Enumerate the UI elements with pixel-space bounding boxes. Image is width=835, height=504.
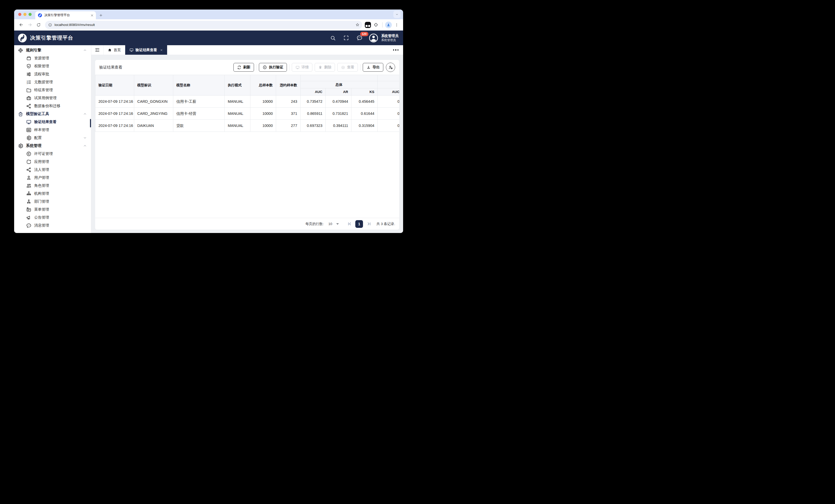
sidebar-item-announcement-mgmt[interactable]: 公告管理 <box>14 213 91 222</box>
user-avatar[interactable] <box>368 33 379 43</box>
delete-button[interactable]: 删除 <box>315 63 335 72</box>
rows-per-page-value[interactable]: 10 <box>328 222 332 226</box>
col-header-default-samples[interactable]: 违约样本数 <box>276 75 301 96</box>
bookmark-star-icon[interactable] <box>355 23 360 27</box>
browser-tab[interactable]: 决策引擎管理平台 <box>35 11 96 19</box>
chevron-up-icon <box>83 144 87 148</box>
cell-ks: 0.61644 <box>351 108 378 120</box>
sidebar-item-configuration[interactable]: 配置 <box>14 134 91 142</box>
column-settings-button[interactable] <box>386 63 395 72</box>
col-header-total-samples[interactable]: 总样本数 <box>250 75 276 96</box>
table-row[interactable]: 2024-07-09 17:24:16 DAIKUAN 贷款 MANUAL 10… <box>95 120 400 132</box>
app-header: 决策引擎管理平台 120 系统管理员 系统管理员 <box>14 30 403 45</box>
search-button[interactable] <box>328 33 338 43</box>
sidebar-collapse-button[interactable] <box>91 45 104 55</box>
sidebar-item-permission-mgmt[interactable]: 权限管理 <box>14 62 91 70</box>
item-label: 数据备份和迁移 <box>34 104 60 108</box>
group-label: 规则引擎 <box>26 48 41 52</box>
metric-header-ks[interactable]: KS <box>351 88 378 96</box>
sidebar-item-message-mgmt[interactable]: 消息管理 <box>14 222 91 229</box>
wallet-icon <box>26 56 32 61</box>
sidebar-item-sample-mgmt[interactable]: 样本管理 <box>14 126 91 134</box>
metric-header-auc-2[interactable]: AUC <box>378 88 399 96</box>
sidebar-item-trial-case-mgmt[interactable]: 试算用例管理 <box>14 94 91 102</box>
extensions-button[interactable] <box>372 21 380 29</box>
col-header-exec-mode[interactable]: 执行模式 <box>225 75 250 96</box>
back-button[interactable] <box>17 21 25 29</box>
col-header-model-name[interactable]: 模型名称 <box>173 75 225 96</box>
sidebar-item-user-mgmt[interactable]: 用户管理 <box>14 174 91 182</box>
sidebar-item-resource-mgmt[interactable]: 资源管理 <box>14 54 91 62</box>
detail-button[interactable]: 详情 <box>292 63 312 72</box>
reload-button[interactable] <box>35 21 42 29</box>
cell-auc: 0.697323 <box>301 120 326 132</box>
sidebar-item-menu-mgmt[interactable]: 菜单管理 <box>14 206 91 213</box>
sidebar-item-dept-mgmt[interactable]: 部门管理 <box>14 197 91 206</box>
metric-header-ar[interactable]: AR <box>326 88 351 96</box>
group-label: 系统管理 <box>26 143 41 148</box>
first-page-button[interactable] <box>346 220 353 227</box>
item-label: 消息管理 <box>34 223 49 228</box>
sidebar-item-license-mgmt[interactable]: 许可证管理 <box>14 150 91 158</box>
sidebar-item-role-mgmt[interactable]: 角色管理 <box>14 182 91 190</box>
sidebar-group-model-validation[interactable]: 模型验证工具 <box>14 110 91 118</box>
tab-search-button[interactable] <box>393 11 401 18</box>
url-bar[interactable]: localhost:8080/#/mv/result <box>45 21 362 29</box>
current-page-button[interactable]: 1 <box>355 220 363 228</box>
sidebar-group-system-mgmt[interactable]: 系统管理 <box>14 142 91 150</box>
minimize-window-button[interactable] <box>23 13 26 16</box>
user-info[interactable]: 系统管理员 系统管理员 <box>381 34 399 42</box>
sidebar-item-validation-results[interactable]: 验证结果查看 <box>14 118 91 126</box>
cell-ar: 0.470944 <box>326 96 351 108</box>
sidebar-item-metadata-mgmt[interactable]: 123 元数据管理 <box>14 78 91 86</box>
sidebar-item-app-mgmt[interactable]: 应用管理 <box>14 158 91 166</box>
item-label: 试算用例管理 <box>34 96 57 101</box>
tab-validation-results[interactable]: 验证结果查看 <box>125 45 167 55</box>
last-page-button[interactable] <box>366 220 372 227</box>
zoom-window-button[interactable] <box>28 13 32 16</box>
col-header-date[interactable]: 验证日期 <box>95 75 134 96</box>
profile-icon <box>386 23 390 27</box>
site-info-icon[interactable] <box>48 23 52 27</box>
messages-button[interactable]: 120 <box>354 33 365 43</box>
forward-button[interactable] <box>26 21 34 29</box>
fullscreen-button[interactable] <box>341 33 351 43</box>
button-label: 详情 <box>302 65 309 70</box>
tabs-more-button[interactable] <box>393 45 403 55</box>
table-row[interactable]: 2024-07-09 17:24:16 CARD_JINGYING 信用卡-经营… <box>95 108 400 120</box>
app-logo <box>18 34 27 42</box>
sidebar-item-feature-store-mgmt[interactable]: 特征库管理 <box>14 86 91 94</box>
monitor-icon <box>296 65 300 70</box>
browser-menu-button[interactable] <box>393 21 401 29</box>
table-row[interactable]: 2024-07-09 17:24:16 CARD_GONGXIN 信用卡-工薪 … <box>95 96 400 108</box>
bag-check-icon <box>18 111 23 117</box>
tab-close-icon[interactable] <box>90 14 94 17</box>
col-header-model-id[interactable]: 模型标识 <box>134 75 173 96</box>
execute-validation-button[interactable]: 执行验证 <box>259 63 287 72</box>
extension-goggles-icon[interactable] <box>365 22 371 28</box>
play-circle-icon <box>263 65 267 70</box>
item-label: 法人管理 <box>34 167 49 172</box>
sidebar-group-rule-engine[interactable]: 规则引擎 <box>14 46 91 54</box>
sidebar-item-data-backup-migration[interactable]: 数据备份和迁移 <box>14 102 91 110</box>
browser-profile-avatar[interactable] <box>385 22 392 28</box>
export-button[interactable]: 导出 <box>363 63 383 72</box>
new-tab-button[interactable] <box>98 12 104 19</box>
tab-close-button[interactable] <box>160 48 163 51</box>
sidebar-item-legal-entity-mgmt[interactable]: 法人管理 <box>14 166 91 174</box>
sidebar-item-org-mgmt[interactable]: 机构管理 <box>14 190 91 197</box>
sidebar-item-process-approval[interactable]: 流程审批 <box>14 70 91 78</box>
view-button[interactable]: 查看 <box>337 63 358 72</box>
cell-ar: 0.394111 <box>326 120 351 132</box>
button-divider <box>289 64 289 70</box>
forward-icon <box>27 22 33 27</box>
reload-icon <box>36 23 41 27</box>
browser-window: 决策引擎管理平台 localhost:8080/#/mv/result <box>14 9 403 233</box>
briefcase-icon <box>26 95 32 101</box>
close-window-button[interactable] <box>18 13 21 16</box>
refresh-button[interactable]: 刷新 <box>233 63 254 72</box>
tab-home[interactable]: 首页 <box>104 45 125 55</box>
metric-header-auc[interactable]: AUC <box>301 88 326 96</box>
dropdown-arrow-icon[interactable] <box>336 223 339 225</box>
sidebar-scrollbar-thumb[interactable] <box>90 119 91 127</box>
